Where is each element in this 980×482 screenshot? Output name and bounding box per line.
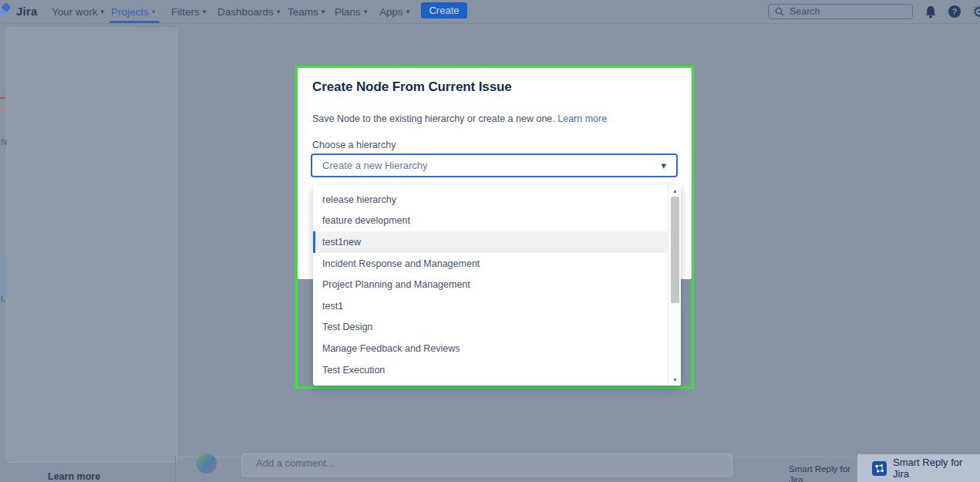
search-input[interactable]: Search [768,4,913,19]
chevron-down-icon: ▾ [661,160,666,170]
dropdown-option[interactable]: Test Execution [313,359,668,381]
chevron-down-icon: ▾ [322,8,325,15]
notifications-bell-icon[interactable] [924,5,937,19]
nav-item-label: Projects [111,6,149,18]
smart-reply-icon [872,461,887,476]
search-placeholder: Search [790,6,820,17]
hierarchy-dropdown: release hierarchyfeature developmenttest… [313,185,681,386]
settings-gear-icon[interactable]: ⚙ [972,5,980,19]
select-value: Create a new Hierarchy [322,160,428,171]
jira-logo[interactable]: Jira [0,3,38,19]
dropdown-option[interactable]: feature development [313,211,668,232]
nav-item-filters[interactable]: Filters▾ [171,0,206,23]
modal-title: Create Node From Current Issue [312,79,512,95]
learn-more-modal-link[interactable]: Learn more [557,113,607,124]
dropdown-options: release hierarchyfeature developmenttest… [313,185,668,386]
sidebar-orange-mark [0,107,5,109]
dropdown-option[interactable]: release hierarchy [313,189,668,211]
add-comment-input[interactable]: Add a comment... [241,453,732,477]
nav-item-label: Filters [171,6,200,18]
nav-item-plans[interactable]: Plans▾ [335,0,367,23]
top-nav: Jira Your work▾Projects▾Filters▾Dashboar… [0,0,980,24]
user-avatar [197,453,217,474]
search-icon [775,7,784,16]
smart-reply-flag: Smart Reply for Jira [857,454,980,482]
comment-placeholder: Add a comment... [256,457,335,469]
nav-item-label: Your work [52,6,98,18]
nav-item-label: Plans [335,6,361,18]
chevron-down-icon: ▾ [364,8,368,15]
chevron-down-icon: ▾ [277,8,281,15]
chevron-down-icon: ▾ [101,8,105,15]
chevron-down-icon: ▾ [152,8,156,15]
nav-item-label: Teams [288,6,318,18]
nav-item-label: Apps [379,6,403,18]
nav-item-dashboards[interactable]: Dashboards▾ [217,0,280,23]
scroll-up-icon[interactable]: ▲ [668,186,681,196]
scrollbar-thumb[interactable] [671,197,679,303]
sidebar-red-mark [0,97,5,99]
dropdown-option[interactable]: test1new [313,231,668,253]
dimmed-left-panel [6,28,177,463]
dropdown-option[interactable]: Test Design [313,317,668,339]
chevron-down-icon: ▾ [203,8,207,15]
modal-subtitle: Save Node to the existing hierarchy or c… [312,113,607,124]
help-icon[interactable]: ? [948,5,961,18]
nav-right: Search ? ⚙ [768,0,980,23]
nav-item-label: Dashboards [217,6,274,18]
nav-item-projects[interactable]: Projects▾ [111,0,155,23]
footer-vertical-divider [175,457,176,482]
dropdown-scrollbar[interactable]: ▲ ▼ [668,185,681,386]
logo-text: Jira [16,5,38,18]
hierarchy-field-label: Choose a hierarchy [312,140,396,150]
smart-reply-label: Smart Reply for Jira [789,463,855,482]
hierarchy-select[interactable]: Create a new Hierarchy ▾ [311,153,678,177]
nav-item-your-work[interactable]: Your work▾ [52,0,104,23]
nav-item-teams[interactable]: Teams▾ [288,0,325,23]
dropdown-option[interactable]: Project Planning and Management [313,274,668,295]
create-button[interactable]: Create [421,2,467,19]
sidebar-letter: N [1,137,7,147]
sidebar-selected-mark [0,254,7,298]
dropdown-option[interactable]: Manage Feedback and Reviews [313,338,668,359]
modal-subtitle-text: Save Node to the existing hierarchy or c… [312,113,555,124]
jira-logo-icon [0,3,12,19]
annotation-highlight-rect: Create Node From Current Issue Save Node… [295,66,694,389]
dropdown-option[interactable]: test1 [313,295,668,317]
nav-item-apps[interactable]: Apps▾ [379,0,409,23]
smart-reply-flag-text: Smart Reply for Jira [893,457,980,480]
scroll-down-icon[interactable]: ▼ [668,375,681,385]
learn-more-link[interactable]: Learn more [48,471,100,482]
chevron-down-icon: ▾ [406,8,410,15]
dropdown-option[interactable]: Incident Response and Management [313,253,668,275]
sidebar-letter-2: L [1,294,5,303]
